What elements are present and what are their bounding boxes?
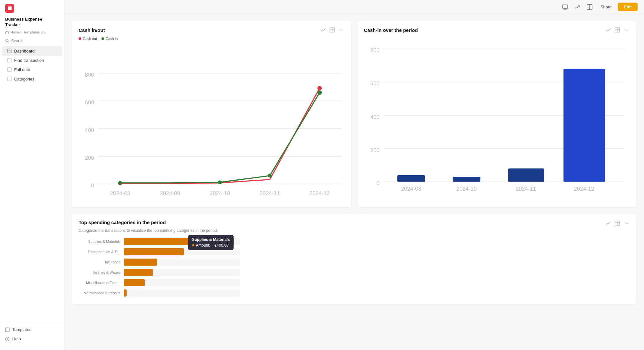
svg-text:600: 600: [85, 99, 94, 106]
bar-2024-08: [397, 175, 425, 182]
cash-in-point-3: [218, 180, 222, 184]
cash-inout-svg: 0 200 400 600 800 2024-08 2024-09 2024-1…: [79, 44, 345, 200]
svg-text:200: 200: [370, 147, 380, 153]
svg-text:2024-12: 2024-12: [310, 190, 330, 196]
bar-row-5: Maintenance & Repairs: [79, 289, 240, 297]
bar-2024-10: [453, 177, 480, 182]
charts-row: Cash in/out ··· Cash out: [72, 21, 636, 207]
bar-label-2: Insurance: [79, 260, 124, 264]
table-icon2[interactable]: [614, 26, 621, 33]
line-chart-icon[interactable]: [320, 26, 327, 33]
cash-out-dot: [79, 37, 81, 40]
sidebar-bottom: Templates ? Help: [0, 322, 64, 346]
cash-in-line: [120, 93, 320, 183]
categories-icon: [7, 77, 12, 81]
cash-in-dot: [101, 37, 104, 40]
templates-icon: [5, 327, 10, 332]
sidebar-item-full-data[interactable]: Full data: [2, 65, 62, 74]
bar-2024-12: [563, 69, 605, 182]
spending-title: Top spending categories in the period: [79, 220, 166, 225]
bar-fill-3: [124, 269, 153, 276]
line-chart-icon2[interactable]: [605, 26, 612, 33]
bar-fill-0: [124, 238, 234, 245]
svg-text:0: 0: [91, 182, 94, 189]
bar-fill-4: [124, 279, 145, 286]
svg-text:2024-09: 2024-09: [160, 190, 180, 196]
cash-in-period-title: Cash-in over the period: [364, 27, 418, 33]
cash-in-period-header: Cash-in over the period ···: [364, 26, 630, 33]
svg-rect-7: [7, 77, 11, 81]
svg-text:2024-08: 2024-08: [401, 185, 421, 192]
more-options-icon2[interactable]: ···: [623, 26, 630, 33]
cash-in-point-1: [118, 181, 122, 185]
legend-cash-in: Cash in: [101, 37, 118, 41]
more-options-icon[interactable]: ···: [338, 26, 345, 33]
svg-rect-8: [5, 328, 9, 332]
sidebar-nav: Dashboard Find transaction Full data Cat…: [0, 45, 64, 322]
svg-text:600: 600: [370, 80, 380, 87]
svg-text:?: ?: [6, 338, 8, 341]
spending-bar-chart: Supplies & Materials Amount: €400.00 Sup…: [79, 238, 240, 297]
home-icon: [5, 30, 9, 34]
cash-out-point-5: [317, 86, 322, 90]
bar-row-3: Salaries & Wages: [79, 269, 240, 276]
spending-more-icon[interactable]: ···: [623, 220, 630, 227]
svg-text:800: 800: [370, 47, 380, 53]
svg-text:0: 0: [376, 180, 380, 186]
bar-row-1: Transportation & Tr...: [79, 248, 240, 255]
svg-rect-0: [5, 32, 9, 34]
monitor-icon[interactable]: [561, 3, 570, 12]
svg-rect-13: [562, 5, 568, 8]
svg-rect-5: [7, 58, 11, 62]
cash-inout-legend: Cash out Cash in: [79, 37, 345, 41]
sidebar-item-find-transaction[interactable]: Find transaction: [2, 56, 62, 65]
bar-row-4: Miscellaneous Expe...: [79, 279, 240, 286]
svg-text:400: 400: [85, 127, 94, 133]
sidebar-item-categories[interactable]: Categories: [2, 74, 62, 84]
bar-row-2: Insurance: [79, 259, 240, 266]
breadcrumb: Home › Templates 3.5: [0, 29, 64, 37]
cash-in-point-4: [268, 174, 272, 178]
cash-inout-chart-card: Cash in/out ··· Cash out: [72, 21, 351, 207]
cash-inout-icons: ···: [320, 26, 345, 33]
share-button[interactable]: Share: [597, 3, 615, 11]
svg-text:2024-11: 2024-11: [515, 185, 536, 192]
svg-text:2024-11: 2024-11: [260, 190, 280, 196]
bar-label-1: Transportation & Tr...: [79, 250, 124, 254]
sidebar-item-dashboard[interactable]: Dashboard: [2, 46, 62, 56]
spending-line-icon[interactable]: [605, 220, 612, 227]
trend-icon[interactable]: [573, 3, 582, 12]
edit-button[interactable]: Edit: [618, 3, 638, 11]
bar-bg-0: [124, 238, 240, 245]
sidebar-help[interactable]: ? Help: [0, 334, 64, 344]
table-icon[interactable]: [329, 26, 336, 33]
legend-cash-out: Cash out: [79, 37, 97, 41]
app-title: Business Expense Tracker: [0, 17, 64, 29]
svg-rect-6: [7, 68, 11, 71]
cash-in-period-svg: 0 200 400 600 800 2024-08 2024-10: [364, 37, 630, 203]
bar-fill-1: [124, 248, 184, 255]
bar-fill-5: [124, 289, 127, 297]
spending-description: Categorize the transactions to visualize…: [79, 228, 630, 233]
cash-in-point-5: [317, 90, 322, 95]
svg-text:2024-10: 2024-10: [456, 185, 476, 192]
help-icon: ?: [5, 337, 10, 341]
cash-inout-header: Cash in/out ···: [79, 26, 345, 33]
bar-bg-1: [124, 248, 240, 255]
sidebar-search[interactable]: Search: [0, 37, 64, 45]
app-logo: [5, 4, 14, 13]
main-content: Cash in/out ··· Cash out: [64, 14, 644, 350]
svg-text:400: 400: [370, 114, 380, 120]
bar-bg-2: [124, 259, 240, 266]
topbar: Share Edit: [64, 0, 644, 14]
cash-in-period-card: Cash-in over the period ··· 0 200: [358, 21, 637, 207]
layout-icon[interactable]: [585, 3, 594, 12]
bar-fill-2: [124, 259, 157, 266]
full-data-icon: [7, 67, 12, 72]
bar-label-4: Miscellaneous Expe...: [79, 281, 124, 285]
bar-bg-5: [124, 289, 240, 297]
spending-table-icon[interactable]: [614, 220, 621, 227]
sidebar-templates[interactable]: Templates: [0, 325, 64, 334]
sidebar: Business Expense Tracker Home › Template…: [0, 0, 64, 350]
svg-point-1: [6, 39, 8, 42]
